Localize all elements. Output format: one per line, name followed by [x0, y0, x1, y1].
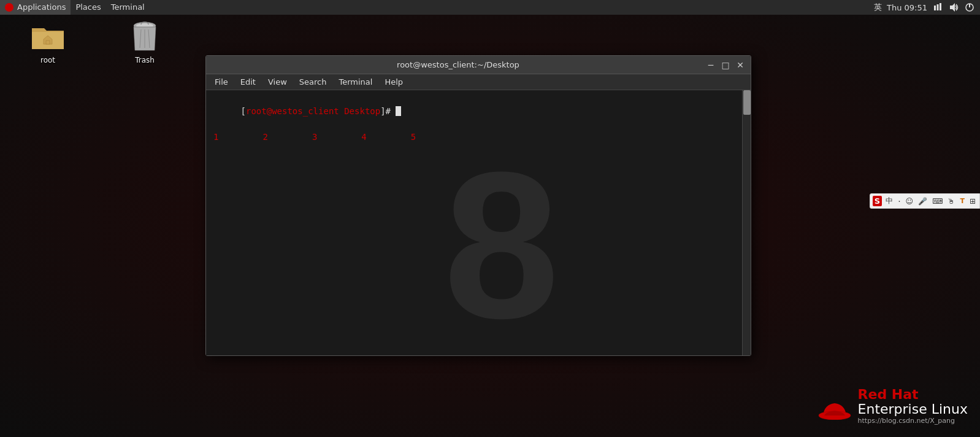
svg-rect-0 — [934, 6, 936, 10]
tab-4[interactable]: 4 — [361, 131, 366, 143]
scrollbar-thumb[interactable] — [743, 90, 751, 115]
network-icon[interactable] — [932, 2, 943, 13]
redhat-url: https://blog.csdn.net/X_pang — [858, 417, 968, 425]
ime-mouse-icon[interactable]: 🖱 — [946, 196, 956, 206]
volume-icon[interactable] — [948, 2, 959, 13]
places-menu[interactable]: Places — [71, 0, 105, 15]
terminal-scrollbar[interactable] — [742, 90, 751, 355]
terminal-titlebar: root@westos_client:~/Desktop ─ □ ✕ — [206, 56, 751, 74]
term-search-menu[interactable]: Search — [293, 74, 333, 90]
trash-label: Trash — [133, 55, 156, 65]
lang-indicator[interactable]: 英 — [874, 2, 882, 13]
applications-menu[interactable]: Applications — [0, 0, 71, 15]
tab-1[interactable]: 1 — [213, 131, 218, 143]
power-icon[interactable] — [964, 2, 975, 13]
terminal-content[interactable]: 8 [root@westos_client Desktop]# 1 2 3 4 … — [206, 90, 751, 355]
svg-rect-2 — [940, 3, 941, 10]
ime-dot-icon[interactable]: · — [897, 196, 902, 207]
term-file-menu[interactable]: File — [209, 74, 234, 90]
system-tray: 英 Thu 09:51 — [874, 2, 980, 13]
maximize-button[interactable]: □ — [720, 60, 731, 71]
tab-numbers-row: 1 2 3 4 5 — [210, 130, 747, 144]
terminal-prompt-line: [root@westos_client Desktop]# — [210, 93, 747, 130]
redhat-dot-icon — [5, 3, 13, 12]
terminal-menubar: File Edit View Search Terminal Help — [206, 74, 751, 90]
redhat-title: Red Hat — [858, 387, 968, 402]
svg-marker-3 — [950, 3, 955, 12]
window-controls: ─ □ ✕ — [705, 60, 746, 71]
ime-grid-icon[interactable]: ⊞ — [968, 196, 977, 206]
term-view-menu[interactable]: View — [262, 74, 293, 90]
ime-sogou-icon[interactable]: S — [873, 196, 882, 206]
svg-rect-1 — [937, 4, 939, 10]
term-help-menu[interactable]: Help — [378, 74, 409, 90]
term-edit-menu[interactable]: Edit — [234, 74, 262, 90]
minimize-button[interactable]: ─ — [705, 60, 716, 71]
tab-3[interactable]: 3 — [312, 131, 317, 143]
tab-5[interactable]: 5 — [411, 131, 416, 143]
trash-image — [128, 20, 162, 54]
trash-icon[interactable]: Trash — [120, 20, 169, 65]
redhat-hat-image — [818, 392, 852, 420]
ime-chinese-icon[interactable]: 中 — [884, 195, 894, 207]
ime-bar: S 中 · ☺ 🎤 ⌨ 🖱 T ⊞ — [870, 193, 980, 209]
redhat-logo-area: Red Hat Enterprise Linux https://blog.cs… — [818, 387, 968, 425]
ime-emoji-icon[interactable]: ☺ — [905, 196, 915, 206]
root-folder-icon[interactable]: root — [23, 20, 72, 65]
folder-image — [31, 20, 65, 54]
terminal-window: root@westos_client:~/Desktop ─ □ ✕ File … — [205, 55, 751, 356]
top-menubar: Applications Places Terminal 英 Thu 09:51 — [0, 0, 980, 15]
ime-mic-icon[interactable]: 🎤 — [917, 196, 928, 206]
tab-2[interactable]: 2 — [262, 131, 267, 143]
close-button[interactable]: ✕ — [735, 60, 746, 71]
terminal-title: root@westos_client:~/Desktop — [211, 60, 705, 69]
root-folder-label: root — [39, 55, 57, 65]
background-number: 8 — [443, 141, 559, 349]
ime-keyboard-icon[interactable]: ⌨ — [931, 196, 944, 206]
cursor — [396, 106, 401, 116]
redhat-text: Red Hat Enterprise Linux https://blog.cs… — [858, 387, 968, 425]
svg-rect-6 — [46, 41, 50, 44]
ime-t-icon[interactable]: T — [959, 196, 966, 206]
clock: Thu 09:51 — [887, 3, 927, 12]
redhat-subtitle: Enterprise Linux — [858, 402, 968, 417]
terminal-menu[interactable]: Terminal — [106, 0, 150, 15]
term-terminal-menu[interactable]: Terminal — [332, 74, 378, 90]
